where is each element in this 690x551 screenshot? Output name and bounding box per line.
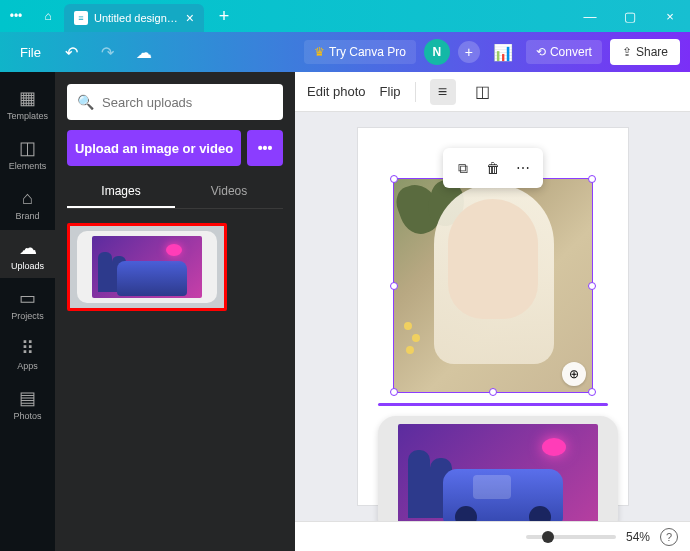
- design-page[interactable]: ⧉ 🗑 ⋯: [358, 128, 628, 505]
- phone-screen-art: [398, 424, 598, 521]
- zoom-slider[interactable]: [526, 535, 616, 539]
- upload-more-button[interactable]: •••: [247, 130, 283, 166]
- resize-handle-ml[interactable]: [390, 282, 398, 290]
- close-window-button[interactable]: ×: [650, 0, 690, 32]
- more-options-button[interactable]: ⋯: [509, 154, 537, 182]
- projects-icon: ▭: [19, 287, 36, 309]
- zoom-percent[interactable]: 54%: [626, 530, 650, 544]
- user-avatar[interactable]: N: [424, 39, 450, 65]
- toolbar-right: ♛Try Canva Pro N + 📊 ⟲Convert ⇪Share: [304, 37, 680, 67]
- undo-icon: ↶: [65, 43, 78, 62]
- resize-handle-bm[interactable]: [489, 388, 497, 396]
- side-rail: ▦Templates◫Elements⌂Brand☁Uploads▭Projec…: [0, 72, 55, 551]
- resize-handle-tr[interactable]: [588, 175, 596, 183]
- phone-mockup: [77, 231, 217, 303]
- phone-screen-art: [92, 236, 202, 298]
- upload-row: Upload an image or video •••: [67, 130, 283, 166]
- tab-title: Untitled design - D...: [94, 12, 180, 24]
- rail-label: Uploads: [11, 261, 44, 271]
- file-menu[interactable]: File: [10, 40, 51, 65]
- bottom-bar: 54% ?: [295, 521, 690, 551]
- window-controls: — ▢ ×: [570, 0, 690, 32]
- plus-icon: +: [219, 6, 230, 27]
- resize-handle-tl[interactable]: [390, 175, 398, 183]
- zoom-slider-thumb[interactable]: [542, 531, 554, 543]
- edit-photo-button[interactable]: Edit photo: [307, 84, 366, 99]
- rail-label: Templates: [7, 111, 48, 121]
- resize-handle-br[interactable]: [588, 388, 596, 396]
- rail-item-projects[interactable]: ▭Projects: [0, 280, 55, 328]
- selected-image[interactable]: ⊕: [393, 178, 593, 393]
- selection-underline: [378, 403, 608, 406]
- canvas-area: Edit photo Flip ≡ ◫ ⧉ 🗑 ⋯: [295, 72, 690, 551]
- minimize-icon: —: [584, 9, 597, 24]
- rail-item-apps[interactable]: ⠿Apps: [0, 330, 55, 378]
- minimize-button[interactable]: —: [570, 0, 610, 32]
- flip-button[interactable]: Flip: [380, 84, 401, 99]
- align-icon: ≡: [438, 83, 447, 101]
- panel-tab-videos[interactable]: Videos: [175, 176, 283, 208]
- plus-icon: +: [465, 44, 473, 60]
- bottom-bar-right: 54% ?: [526, 528, 678, 546]
- document-tab[interactable]: ≡ Untitled design - D... ×: [64, 4, 204, 32]
- home-icon: ⌂: [44, 9, 51, 23]
- home-button[interactable]: ⌂: [32, 0, 64, 32]
- uploads-thumbnails: [67, 219, 283, 311]
- position-button[interactable]: ◫: [470, 79, 496, 105]
- search-icon: 🔍: [77, 94, 94, 110]
- upload-thumbnail[interactable]: [67, 223, 227, 311]
- rail-item-elements[interactable]: ◫Elements: [0, 130, 55, 178]
- analytics-button[interactable]: 📊: [488, 37, 518, 67]
- undo-button[interactable]: ↶: [57, 37, 87, 67]
- main-area: ▦Templates◫Elements⌂Brand☁Uploads▭Projec…: [0, 72, 690, 551]
- delete-button[interactable]: 🗑: [479, 154, 507, 182]
- maximize-button[interactable]: ▢: [610, 0, 650, 32]
- rail-item-photos[interactable]: ▤Photos: [0, 380, 55, 428]
- canvas-viewport[interactable]: ⧉ 🗑 ⋯: [295, 112, 690, 521]
- add-member-button[interactable]: +: [458, 41, 480, 63]
- phone-mockup-element[interactable]: [378, 416, 618, 521]
- image-zoom-button[interactable]: ⊕: [562, 362, 586, 386]
- share-label: Share: [636, 45, 668, 59]
- try-pro-button[interactable]: ♛Try Canva Pro: [304, 40, 416, 64]
- cloud-icon: ☁: [136, 43, 152, 62]
- align-middle-button[interactable]: ≡: [430, 79, 456, 105]
- titlebar-left: ••• ⌂ ≡ Untitled design - D... × +: [0, 0, 238, 32]
- resize-handle-bl[interactable]: [390, 388, 398, 396]
- elements-icon: ◫: [19, 137, 36, 159]
- convert-button[interactable]: ⟲Convert: [526, 40, 602, 64]
- close-icon: ×: [666, 9, 674, 24]
- dots-icon: •••: [10, 9, 23, 23]
- help-button[interactable]: ?: [660, 528, 678, 546]
- rail-item-templates[interactable]: ▦Templates: [0, 80, 55, 128]
- resize-handle-mr[interactable]: [588, 282, 596, 290]
- convert-label: Convert: [550, 45, 592, 59]
- context-toolbar: Edit photo Flip ≡ ◫: [295, 72, 690, 112]
- cloud-sync-button[interactable]: ☁: [129, 37, 159, 67]
- new-tab-button[interactable]: +: [210, 2, 238, 30]
- redo-icon: ↷: [101, 43, 114, 62]
- convert-icon: ⟲: [536, 45, 546, 59]
- share-icon: ⇪: [622, 45, 632, 59]
- panel-tab-images[interactable]: Images: [67, 176, 175, 208]
- main-toolbar: File ↶ ↷ ☁ ♛Try Canva Pro N + 📊 ⟲Convert…: [0, 32, 690, 72]
- apps-icon: ⠿: [21, 337, 34, 359]
- tab-close-button[interactable]: ×: [186, 10, 194, 26]
- photos-icon: ▤: [19, 387, 36, 409]
- rail-item-brand[interactable]: ⌂Brand: [0, 180, 55, 228]
- uploads-icon: ☁: [19, 237, 37, 259]
- try-pro-label: Try Canva Pro: [329, 45, 406, 59]
- rail-item-uploads[interactable]: ☁Uploads: [0, 230, 55, 278]
- uploads-panel: 🔍 Upload an image or video ••• ImagesVid…: [55, 72, 295, 551]
- redo-button[interactable]: ↷: [93, 37, 123, 67]
- duplicate-button[interactable]: ⧉: [449, 154, 477, 182]
- panel-tabs: ImagesVideos: [67, 176, 283, 209]
- rail-label: Projects: [11, 311, 44, 321]
- upload-button[interactable]: Upload an image or video: [67, 130, 241, 166]
- share-button[interactable]: ⇪Share: [610, 39, 680, 65]
- search-input[interactable]: [102, 95, 273, 110]
- rail-label: Apps: [17, 361, 38, 371]
- portrait-photo: [394, 179, 592, 392]
- rail-label: Elements: [9, 161, 47, 171]
- app-menu-button[interactable]: •••: [0, 0, 32, 32]
